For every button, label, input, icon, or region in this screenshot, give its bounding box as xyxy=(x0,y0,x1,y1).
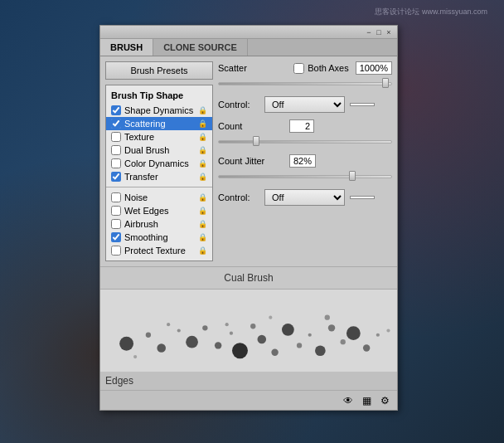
airbrush-lock-icon: 🔒 xyxy=(198,220,207,228)
protect-texture-lock-icon: 🔒 xyxy=(198,246,207,255)
count-jitter-value: 82% xyxy=(289,154,316,168)
right-panel: Scatter Both Axes 1000% Control: Off Fad… xyxy=(218,61,392,261)
brush-item-shape-dynamics[interactable]: Shape Dynamics 🔒 xyxy=(106,104,212,117)
svg-point-0 xyxy=(119,337,133,351)
preview-area xyxy=(100,289,397,372)
brush-item-dual-brush[interactable]: Dual Brush 🔒 xyxy=(106,144,212,157)
grid-icon[interactable]: ▦ xyxy=(359,393,374,408)
transfer-checkbox[interactable] xyxy=(111,172,121,182)
brush-item-scattering[interactable]: Scattering 🔒 xyxy=(106,117,212,130)
count-value: 2 xyxy=(289,119,314,133)
transfer-label: Transfer xyxy=(124,172,158,182)
svg-point-1 xyxy=(146,333,151,338)
brush-item-color-dynamics[interactable]: Color Dynamics 🔒 xyxy=(106,157,212,170)
count-row: Count 2 xyxy=(218,119,392,133)
noise-lock-icon: 🔒 xyxy=(198,193,207,202)
both-axes-checkbox[interactable] xyxy=(293,63,304,74)
transfer-lock-icon: 🔒 xyxy=(198,173,207,181)
svg-point-13 xyxy=(297,343,302,348)
count-slider-thumb[interactable] xyxy=(253,136,259,146)
texture-label: Texture xyxy=(124,132,154,142)
wet-edges-checkbox[interactable] xyxy=(111,206,121,216)
texture-checkbox[interactable] xyxy=(111,132,121,142)
scattering-label: Scattering xyxy=(124,119,166,129)
tab-brush[interactable]: BRUSH xyxy=(100,39,153,56)
svg-point-22 xyxy=(167,323,170,326)
svg-point-24 xyxy=(269,316,272,319)
dual-brush-label: Dual Brush xyxy=(124,145,169,155)
dual-brush-checkbox[interactable] xyxy=(111,145,121,155)
brush-item-wet-edges[interactable]: Wet Edges 🔒 xyxy=(106,204,212,217)
edges-area: Edges xyxy=(100,372,397,390)
shape-dynamics-lock-icon: 🔒 xyxy=(198,106,207,114)
airbrush-checkbox[interactable] xyxy=(111,219,121,229)
panel-footer: 👁 ▦ ⚙ xyxy=(100,390,397,410)
svg-point-18 xyxy=(346,326,361,340)
panel-titlebar: − □ × xyxy=(100,26,397,39)
texture-lock-icon: 🔒 xyxy=(198,133,207,141)
control2-select[interactable]: Off Fade Pen Pressure Pen Tilt xyxy=(264,189,345,206)
svg-point-5 xyxy=(202,325,207,330)
scatter-row: Scatter Both Axes 1000% xyxy=(218,61,392,75)
scattering-lock-icon: 🔒 xyxy=(198,119,207,128)
brush-item-transfer[interactable]: Transfer 🔒 xyxy=(106,170,212,183)
cual-brush-label: Cual Brush xyxy=(224,272,273,284)
control1-row: Control: Off Fade Pen Pressure Pen Tilt xyxy=(218,96,392,113)
brush-item-texture[interactable]: Texture 🔒 xyxy=(106,130,212,144)
protect-texture-label: Protect Texture xyxy=(124,246,186,256)
control1-select[interactable]: Off Fade Pen Pressure Pen Tilt xyxy=(264,96,345,113)
color-dynamics-lock-icon: 🔒 xyxy=(198,159,207,168)
eye-icon[interactable]: 👁 xyxy=(341,393,356,408)
wet-edges-lock-icon: 🔒 xyxy=(198,207,207,215)
svg-point-11 xyxy=(271,349,278,356)
svg-point-12 xyxy=(282,324,294,336)
smoothing-lock-icon: 🔒 xyxy=(198,233,207,241)
control1-label: Control: xyxy=(218,100,259,110)
airbrush-label: Airbrush xyxy=(124,219,158,229)
svg-point-14 xyxy=(308,333,312,337)
control2-value xyxy=(350,196,375,199)
left-panel: Brush Presets Brush Tip Shape Shape Dyna… xyxy=(105,61,213,261)
scattering-checkbox[interactable] xyxy=(111,119,121,129)
color-dynamics-label: Color Dynamics xyxy=(124,158,189,168)
brush-list: Brush Tip Shape Shape Dynamics 🔒 Scatter… xyxy=(105,85,213,261)
minimize-button[interactable]: − xyxy=(364,27,374,37)
svg-point-8 xyxy=(232,343,248,358)
brush-preview-canvas xyxy=(100,290,397,372)
list-divider xyxy=(106,187,212,187)
cual-brush-area: Cual Brush xyxy=(100,266,397,289)
noise-checkbox[interactable] xyxy=(111,192,121,202)
svg-point-23 xyxy=(225,323,229,326)
wet-edges-label: Wet Edges xyxy=(124,206,169,216)
panel-tabs: BRUSH CLONE SOURCE xyxy=(100,39,397,56)
svg-point-7 xyxy=(230,332,233,335)
control1-value xyxy=(350,103,375,106)
both-axes-group: Both Axes xyxy=(293,63,349,74)
brush-list-title: Brush Tip Shape xyxy=(106,89,212,104)
svg-point-16 xyxy=(328,324,335,331)
svg-point-4 xyxy=(186,336,198,348)
edges-label: Edges xyxy=(105,375,133,387)
brush-presets-button[interactable]: Brush Presets xyxy=(105,61,213,80)
shape-dynamics-checkbox[interactable] xyxy=(111,105,121,115)
brush-item-airbrush[interactable]: Airbrush 🔒 xyxy=(106,217,212,231)
close-button[interactable]: × xyxy=(384,27,394,37)
settings-icon[interactable]: ⚙ xyxy=(377,393,392,408)
noise-label: Noise xyxy=(124,192,148,202)
brush-item-noise[interactable]: Noise 🔒 xyxy=(106,191,212,204)
scatter-label: Scatter xyxy=(218,63,259,73)
svg-point-20 xyxy=(376,333,380,337)
brush-item-smoothing[interactable]: Smoothing 🔒 xyxy=(106,231,212,244)
svg-point-25 xyxy=(325,315,330,320)
smoothing-checkbox[interactable] xyxy=(111,232,121,242)
tab-clone-source[interactable]: CLONE SOURCE xyxy=(153,39,248,56)
svg-point-15 xyxy=(315,345,326,356)
protect-texture-checkbox[interactable] xyxy=(111,246,121,256)
svg-point-9 xyxy=(250,324,255,329)
maximize-button[interactable]: □ xyxy=(374,27,384,37)
scatter-slider-thumb[interactable] xyxy=(382,78,389,88)
color-dynamics-checkbox[interactable] xyxy=(111,158,121,168)
control2-label: Control: xyxy=(218,192,259,202)
count-jitter-slider-thumb[interactable] xyxy=(349,171,356,181)
brush-item-protect-texture[interactable]: Protect Texture 🔒 xyxy=(106,244,212,257)
